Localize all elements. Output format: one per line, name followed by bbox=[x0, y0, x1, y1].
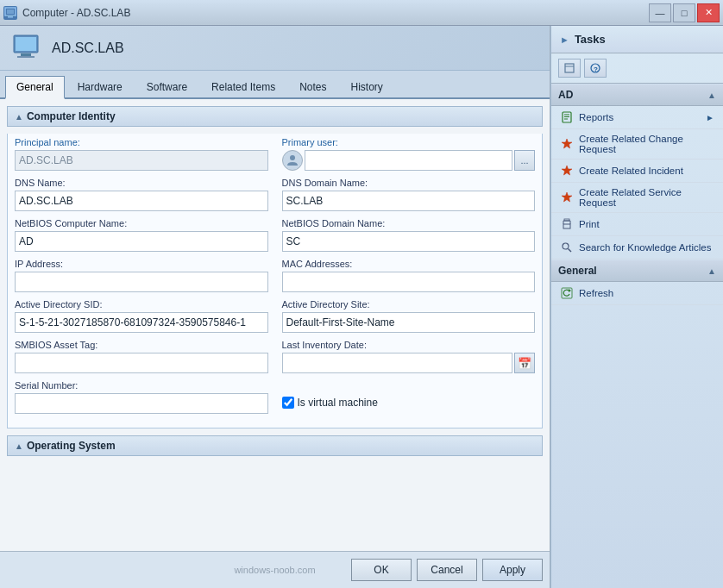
field-netbios-name: NetBIOS Computer Name: bbox=[15, 218, 268, 252]
primary-user-wrapper: ... bbox=[282, 150, 536, 171]
svg-rect-9 bbox=[565, 64, 574, 72]
print-icon bbox=[560, 217, 574, 231]
svg-rect-5 bbox=[16, 37, 36, 51]
menu-item-create-service[interactable]: Create Related Service Request bbox=[551, 183, 723, 213]
reports-label: Reports bbox=[579, 112, 613, 122]
section-chevron-os: ▲ bbox=[15, 441, 23, 451]
field-serial: Serial Number: bbox=[15, 380, 268, 414]
general-section-label: General bbox=[558, 265, 597, 277]
tab-bar: General Hardware Software Related Items … bbox=[0, 71, 550, 99]
tab-hardware[interactable]: Hardware bbox=[66, 76, 134, 99]
input-mac[interactable] bbox=[282, 272, 536, 292]
form-row-6: SMBIOS Asset Tag: Last Inventory Date: 📅 bbox=[15, 340, 535, 373]
field-primary-user: Primary user: ... bbox=[282, 137, 536, 171]
cancel-button[interactable]: Cancel bbox=[417, 559, 477, 581]
reports-submenu-arrow: ► bbox=[706, 113, 714, 122]
svg-rect-18 bbox=[564, 219, 569, 221]
field-last-inventory: Last Inventory Date: 📅 bbox=[282, 340, 536, 373]
input-ad-sid[interactable] bbox=[15, 312, 268, 333]
right-ad-section: AD ▲ Reports ► bbox=[551, 84, 723, 260]
svg-rect-7 bbox=[17, 56, 35, 58]
menu-item-create-incident[interactable]: Create Related Incident bbox=[551, 160, 723, 183]
right-ad-section-header: AD ▲ bbox=[551, 84, 723, 106]
menu-item-knowledge[interactable]: Search for Knowledge Articles bbox=[551, 236, 723, 260]
create-service-label: Create Related Service Request bbox=[579, 187, 714, 208]
app-icon bbox=[3, 6, 17, 20]
field-principal-name: Principal name: bbox=[15, 137, 268, 171]
tab-general[interactable]: General bbox=[5, 76, 65, 99]
svg-text:?: ? bbox=[594, 66, 598, 73]
input-netbios-domain[interactable] bbox=[282, 231, 536, 252]
title-bar-buttons: — □ ✕ bbox=[649, 3, 720, 22]
menu-item-refresh[interactable]: Refresh bbox=[551, 282, 723, 305]
toolbar-help-button[interactable]: ? bbox=[584, 59, 607, 78]
tasks-label: Tasks bbox=[575, 33, 606, 46]
label-is-virtual: Is virtual machine bbox=[298, 397, 378, 409]
reports-icon bbox=[560, 110, 574, 124]
form-row-5: Active Directory SID: Active Directory S… bbox=[15, 299, 535, 333]
create-service-icon bbox=[560, 191, 574, 204]
section-header-identity: ▲ Computer Identity bbox=[7, 106, 543, 127]
user-pick-button[interactable]: ... bbox=[514, 150, 535, 171]
field-mac: MAC Addresses: bbox=[282, 259, 536, 292]
input-ad-site[interactable] bbox=[282, 312, 536, 333]
label-principal-name: Principal name: bbox=[15, 137, 268, 147]
section-title-identity: Computer Identity bbox=[27, 110, 116, 122]
label-ad-sid: Active Directory SID: bbox=[15, 299, 268, 310]
input-serial[interactable] bbox=[15, 393, 268, 414]
create-change-label: Create Related Change Request bbox=[579, 134, 714, 154]
form-content: ▲ Computer Identity Principal name: Prim… bbox=[0, 99, 550, 551]
field-dns-domain: DNS Domain Name: bbox=[282, 178, 536, 211]
general-section-chevron-icon: ▲ bbox=[707, 266, 716, 276]
input-ip[interactable] bbox=[15, 272, 268, 292]
svg-rect-17 bbox=[563, 224, 570, 228]
calendar-button[interactable]: 📅 bbox=[514, 353, 535, 373]
label-ad-site: Active Directory Site: bbox=[282, 299, 536, 310]
checkbox-is-virtual[interactable] bbox=[282, 397, 294, 409]
tab-related-items[interactable]: Related Items bbox=[200, 76, 286, 99]
label-mac: MAC Addresses: bbox=[282, 259, 536, 269]
svg-rect-3 bbox=[6, 16, 15, 16]
label-ip: IP Address: bbox=[15, 259, 268, 269]
tab-software[interactable]: Software bbox=[135, 76, 198, 99]
input-smbios[interactable] bbox=[15, 353, 268, 373]
label-netbios-name: NetBIOS Computer Name: bbox=[15, 218, 268, 228]
ad-section-label: AD bbox=[558, 89, 573, 101]
field-ad-site: Active Directory Site: bbox=[282, 299, 536, 333]
left-panel: AD.SC.LAB General Hardware Software Rela… bbox=[0, 26, 550, 588]
svg-rect-2 bbox=[8, 16, 13, 18]
user-avatar-icon bbox=[282, 150, 303, 171]
section-chevron-identity: ▲ bbox=[15, 112, 23, 122]
ok-button[interactable]: OK bbox=[351, 559, 412, 581]
label-dns-domain: DNS Domain Name: bbox=[282, 178, 536, 188]
knowledge-label: Search for Knowledge Articles bbox=[579, 242, 711, 253]
apply-button[interactable]: Apply bbox=[482, 559, 543, 581]
svg-point-19 bbox=[563, 243, 569, 249]
menu-item-create-change[interactable]: Create Related Change Request bbox=[551, 129, 723, 160]
minimize-button[interactable]: — bbox=[649, 3, 671, 22]
tab-history[interactable]: History bbox=[340, 76, 394, 99]
menu-item-print[interactable]: Print bbox=[551, 213, 723, 236]
title-bar-left: Computer - AD.SC.LAB bbox=[3, 6, 130, 20]
window-title: Computer - AD.SC.LAB bbox=[22, 7, 130, 19]
field-is-virtual: Is virtual machine bbox=[282, 380, 536, 414]
input-dns-domain[interactable] bbox=[282, 191, 536, 211]
form-row-4: IP Address: MAC Addresses: bbox=[15, 259, 535, 292]
right-toolbar: ? bbox=[551, 53, 723, 84]
knowledge-search-icon bbox=[560, 241, 574, 254]
close-button[interactable]: ✕ bbox=[697, 3, 720, 22]
maximize-button[interactable]: □ bbox=[673, 3, 695, 22]
input-last-inventory[interactable] bbox=[282, 353, 513, 373]
menu-item-reports[interactable]: Reports ► bbox=[551, 106, 723, 129]
input-primary-user[interactable] bbox=[305, 150, 513, 171]
tab-notes[interactable]: Notes bbox=[288, 76, 337, 99]
label-serial: Serial Number: bbox=[15, 380, 268, 391]
create-incident-label: Create Related Incident bbox=[579, 166, 683, 176]
print-label: Print bbox=[579, 219, 600, 229]
section-header-os: ▲ Operating System bbox=[7, 435, 543, 456]
field-ad-sid: Active Directory SID: bbox=[15, 299, 268, 333]
input-dns-name[interactable] bbox=[15, 191, 268, 211]
toolbar-edit-button[interactable] bbox=[558, 59, 581, 78]
label-last-inventory: Last Inventory Date: bbox=[282, 340, 536, 350]
input-netbios-name[interactable] bbox=[15, 231, 268, 252]
